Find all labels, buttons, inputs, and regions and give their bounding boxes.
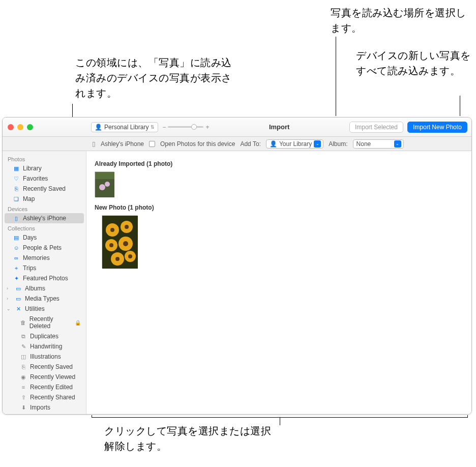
sidebar-item-recently-saved-2[interactable]: ⎘Recently Saved (3, 362, 86, 372)
phone-icon: ▯ (13, 215, 20, 222)
photo-thumbnail[interactable] (102, 215, 137, 268)
line (280, 417, 280, 425)
label: Utilities (25, 305, 45, 312)
pencil-icon: ✎ (20, 343, 27, 350)
sidebar-item-featured[interactable]: ✦Featured Photos (3, 273, 86, 283)
library-select-label: Personal Library (104, 124, 148, 131)
bookmark-icon: ⎘ (13, 186, 20, 192)
sidebar-item-library[interactable]: ▦Library (3, 163, 86, 173)
add-to-value: Your Library (279, 140, 312, 148)
sidebar-item-map[interactable]: ❏Map (3, 194, 86, 204)
sidebar-item-imports[interactable]: ⬇Imports (3, 402, 86, 413)
toolbar: 👤 Personal Library ⇅ − + Import Import S… (3, 118, 471, 137)
sidebar-item-handwriting[interactable]: ✎Handwriting (3, 341, 86, 352)
lock-icon: 🔒 (75, 320, 81, 326)
slider-thumb[interactable] (191, 124, 197, 130)
label: People & Pets (23, 244, 62, 251)
chevron-down-icon: ⌄ (7, 306, 12, 311)
label: Recently Saved (30, 363, 73, 370)
share-icon: ⇪ (20, 394, 27, 401)
album-popup[interactable]: None ⌄ (353, 139, 404, 149)
sidebar-item-favorites[interactable]: ♡Favorites (3, 173, 86, 184)
svg-point-13 (109, 243, 113, 247)
import-new-photo-button[interactable]: Import New Photo (407, 122, 467, 133)
sidebar-item-device[interactable]: ▯Ashley's iPhone (5, 213, 84, 223)
sidebar-section-photos: Photos (3, 154, 86, 163)
label: Recently Saved (23, 185, 66, 192)
sidebar-item-recently-saved[interactable]: ⎘Recently Saved (3, 184, 86, 194)
close-icon[interactable] (8, 124, 14, 130)
library-select[interactable]: 👤 Personal Library ⇅ (91, 122, 158, 132)
slider-track[interactable] (168, 126, 203, 128)
svg-point-12 (125, 225, 129, 229)
callout-already-imported: この領域には、「写真」に読み込み済みのデバイスの写真が表示されます。 (75, 55, 238, 101)
fullscreen-icon[interactable] (27, 124, 33, 130)
sunflower-photo-icon (102, 216, 138, 269)
label: Map (23, 195, 35, 202)
line (92, 415, 92, 418)
people-icon: ☺ (13, 245, 20, 251)
sidebar-item-memories[interactable]: ∞Memories (3, 253, 86, 263)
duplicate-icon: ⧉ (20, 333, 27, 340)
label: Days (23, 234, 37, 241)
label: Recently Edited (30, 384, 73, 391)
callout-import-location: 写真を読み込む場所を選択します。 (331, 5, 468, 36)
label: Duplicates (30, 333, 58, 340)
sidebar-item-days[interactable]: ▤Days (3, 232, 86, 243)
sidebar-item-utilities[interactable]: ⌄✕Utilities (3, 304, 86, 314)
svg-point-16 (128, 254, 132, 258)
album-label: Album: (329, 140, 347, 148)
heart-icon: ♡ (13, 176, 20, 182)
window-controls (7, 124, 87, 130)
zoom-slider[interactable]: − + (162, 124, 209, 131)
garden-photo-icon (95, 172, 114, 197)
tools-icon: ✕ (15, 306, 22, 312)
import-icon: ⬇ (20, 404, 27, 411)
callout-import-all: デバイスの新しい写真をすべて読み込みます。 (356, 48, 473, 78)
sidebar-item-illustrations[interactable]: ◫Illustrations (3, 352, 86, 362)
device-name-label: Ashley's iPhone (101, 140, 144, 148)
import-selected-button[interactable]: Import Selected (349, 122, 403, 133)
sidebar-item-people-pets[interactable]: ☺People & Pets (3, 243, 86, 253)
label: Featured Photos (23, 275, 68, 282)
minus-icon: − (162, 124, 166, 131)
star-icon: ✦ (13, 275, 20, 282)
window-title: Import (213, 123, 345, 131)
sidebar-section-collections: Collections (3, 223, 86, 232)
label: Recently Deleted (29, 315, 72, 330)
import-options-bar: ▯ Ashley's iPhone Open Photos for this d… (3, 137, 471, 151)
bookmark-icon: ⎘ (20, 364, 27, 370)
media-icon: ▭ (15, 296, 22, 302)
svg-point-14 (123, 241, 128, 246)
sidebar-section-devices: Devices (3, 204, 86, 213)
library-icon: ▦ (13, 165, 20, 172)
sidebar-item-albums[interactable]: ›▭Albums (3, 283, 86, 294)
import-grid: Already Imported (1 photo) New Photo (1 … (86, 151, 471, 414)
sidebar-item-trips[interactable]: ⌖Trips (3, 263, 86, 273)
updown-icon: ⇅ (151, 125, 155, 130)
label: Imports (30, 404, 50, 411)
device-icon: ▯ (92, 140, 96, 148)
label: Media Types (25, 295, 60, 302)
svg-point-11 (110, 228, 114, 232)
sidebar-item-projects[interactable]: ›▭Projects (3, 413, 86, 414)
photo-thumbnail[interactable] (95, 171, 114, 197)
sidebar-item-recently-shared[interactable]: ⇪Recently Shared (3, 392, 86, 402)
label: Recently Viewed (30, 373, 75, 381)
person-icon: 👤 (270, 140, 277, 148)
sidebar-item-recently-deleted[interactable]: 🗑Recently Deleted🔒 (3, 314, 86, 331)
map-icon: ❏ (13, 196, 20, 202)
plus-icon: + (205, 124, 209, 131)
sidebar-item-media-types[interactable]: ›▭Media Types (3, 294, 86, 304)
open-photos-label: Open Photos for this device (160, 140, 235, 148)
minimize-icon[interactable] (17, 124, 23, 130)
sidebar-item-recently-edited[interactable]: ≡Recently Edited (3, 382, 86, 392)
sidebar-item-recently-viewed[interactable]: ◉Recently Viewed (3, 372, 86, 382)
updown-icon: ⌄ (394, 140, 401, 148)
label: Illustrations (30, 353, 61, 360)
add-to-label: Add To: (240, 140, 260, 148)
open-photos-checkbox[interactable] (149, 141, 155, 147)
sidebar-item-duplicates[interactable]: ⧉Duplicates (3, 331, 86, 341)
svg-point-15 (115, 257, 120, 261)
add-to-popup[interactable]: 👤 Your Library ⌄ (266, 139, 323, 149)
